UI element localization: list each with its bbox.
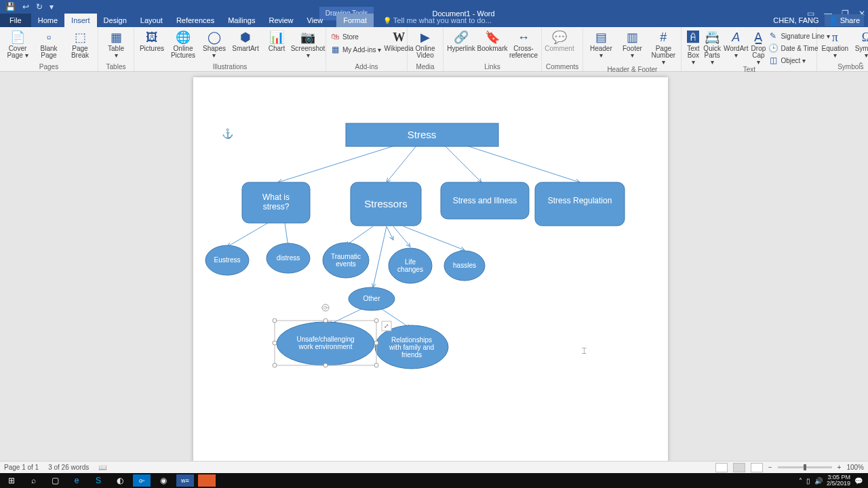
zoom-in-button[interactable]: + [837, 464, 842, 471]
page-number-button[interactable]: #PageNumber ▾ [650, 28, 677, 66]
myaddins-icon: ▦ [330, 45, 340, 54]
tab-layout[interactable]: Layout [134, 14, 170, 27]
tray-volume-icon[interactable]: 🔊 [814, 477, 823, 485]
svg-line-3 [465, 145, 580, 182]
handle-n[interactable] [323, 319, 328, 323]
tab-review[interactable]: Review [262, 14, 300, 27]
handle-nw[interactable] [273, 319, 277, 323]
page-break-button[interactable]: ⬚PageBreak [66, 28, 94, 63]
taskbar-outlook-icon[interactable]: o▫ [133, 474, 151, 487]
tab-file[interactable]: File [0, 14, 31, 27]
tab-home[interactable]: Home [31, 14, 64, 27]
bookmark-button[interactable]: 🔖Bookmark [479, 28, 506, 63]
chart-button[interactable]: 📊Chart [263, 28, 290, 63]
tab-insert[interactable]: Insert [64, 14, 97, 27]
blank-page-icon: ▫ [41, 30, 56, 45]
header-button[interactable]: ▤Header▾ [587, 28, 614, 66]
account-name[interactable]: CHEN, FANG [773, 16, 818, 24]
cover-page-button[interactable]: 📄CoverPage ▾ [4, 28, 31, 63]
cover-page-label: CoverPage ▾ [7, 45, 28, 59]
handle-ne[interactable] [374, 319, 378, 323]
tray-chevron-icon[interactable]: ˄ [799, 477, 802, 485]
view-read-mode[interactable] [715, 463, 728, 472]
handle-w[interactable] [273, 341, 277, 345]
store-button[interactable]: 🛍Store [330, 31, 381, 42]
text-hassles: hassles [453, 262, 476, 269]
screenshot-button[interactable]: 📷Screenshot▾ [294, 28, 321, 63]
cover-page-icon: 📄 [10, 30, 25, 45]
wordart-icon: A [728, 30, 743, 45]
handle-s[interactable] [323, 363, 328, 367]
textbox-icon: 🅰 [686, 30, 701, 45]
tray-date: 2/5/2019 [827, 481, 850, 487]
dropcap-button[interactable]: A̲DropCap ▾ [751, 28, 766, 66]
hyperlink-button[interactable]: 🔗Hyperlink [448, 28, 475, 63]
ribbon-tabs: File Home Insert Design Layout Reference… [0, 14, 868, 27]
pictures-button[interactable]: 🖼Pictures [138, 28, 165, 63]
share-label: Share [840, 16, 860, 24]
signature-icon: ✎ [768, 31, 778, 41]
group-label-media: Media [412, 63, 439, 71]
zoom-slider[interactable] [778, 466, 832, 468]
text-other: Other [363, 295, 380, 302]
tab-design[interactable]: Design [97, 14, 134, 27]
stress-diagram[interactable]: Stress What isstress? Stressors Stress a… [193, 77, 668, 461]
status-proofing-icon[interactable]: 📖 [98, 464, 106, 471]
taskbar-chrome-icon[interactable]: ◉ [155, 474, 172, 487]
qat-more-icon[interactable]: ▾ [50, 2, 54, 12]
my-addins-button[interactable]: ▦My Add-ins ▾ [330, 44, 381, 55]
status-bar: Page 1 of 1 3 of 26 words 📖 − + 100% [0, 461, 868, 473]
view-print-layout[interactable] [733, 463, 745, 472]
handle-e[interactable] [374, 341, 378, 345]
task-view-button[interactable]: ▢ [46, 474, 64, 487]
group-label-pages: Pages [4, 63, 94, 71]
taskbar-word-icon[interactable]: w≡ [176, 474, 194, 487]
zoom-value[interactable]: 100% [846, 464, 864, 471]
online-pictures-button[interactable]: 🌐OnlinePictures [170, 28, 197, 63]
taskbar-ie-icon[interactable]: e [68, 474, 85, 487]
taskbar-app2-icon[interactable] [198, 474, 216, 487]
start-button[interactable]: ⊞ [3, 474, 20, 487]
tell-me-search[interactable]: Tell me what you want to do... [383, 16, 492, 24]
taskbar-app1-icon[interactable]: ◐ [111, 474, 129, 487]
symbol-button[interactable]: ΩSymbol▾ [852, 28, 868, 63]
taskbar-skype-icon[interactable]: S [90, 474, 107, 487]
save-icon[interactable]: 💾 [5, 2, 16, 12]
online-video-button[interactable]: ▶OnlineVideo [412, 28, 439, 63]
quick-parts-button[interactable]: 📇QuickParts ▾ [703, 28, 721, 66]
tab-format[interactable]: Format [336, 14, 374, 27]
handle-se[interactable] [374, 363, 378, 367]
shapes-button[interactable]: ◯Shapes▾ [201, 28, 228, 63]
table-button[interactable]: ▦Table▾ [102, 28, 130, 63]
undo-icon[interactable]: ↩ [22, 2, 29, 12]
document-page[interactable]: ⚓ ⌶ [193, 77, 668, 461]
group-tables: ▦Table▾ Tables [98, 27, 134, 71]
status-words[interactable]: 3 of 26 words [48, 464, 89, 471]
tab-references[interactable]: References [170, 14, 221, 27]
textbox-button[interactable]: 🅰TextBox ▾ [686, 28, 701, 66]
collapse-ribbon-icon[interactable]: ⌃ [858, 61, 864, 70]
search-button[interactable]: ⌕ [24, 474, 42, 487]
comment-button[interactable]: 💬Comment [546, 28, 573, 63]
status-page[interactable]: Page 1 of 1 [4, 464, 39, 471]
footer-button[interactable]: ▥Footer▾ [618, 28, 646, 66]
screenshot-icon: 📷 [300, 30, 315, 45]
share-button[interactable]: 👤 Share [825, 14, 864, 26]
equation-button[interactable]: πEquation▾ [821, 28, 848, 63]
view-web-layout[interactable] [751, 463, 763, 472]
tray-clock[interactable]: 3:05 PM 2/5/2019 [827, 474, 850, 487]
smartart-button[interactable]: ⬢SmartArt [232, 28, 259, 63]
tray-network-icon[interactable]: ▯ [806, 477, 810, 485]
blank-page-button[interactable]: ▫BlankPage [35, 28, 62, 63]
handle-sw[interactable] [273, 363, 277, 367]
pagenum-icon: # [656, 30, 671, 45]
wordart-button[interactable]: AWordArt▾ [724, 28, 749, 66]
tab-mailings[interactable]: Mailings [221, 14, 262, 27]
tray-notifications-icon[interactable]: 💬 [854, 477, 863, 485]
zoom-out-button[interactable]: − [768, 464, 772, 471]
svg-line-0 [278, 145, 397, 182]
redo-icon[interactable]: ↻ [36, 2, 43, 12]
document-workspace[interactable]: ⚓ ⌶ [0, 72, 868, 461]
cross-reference-button[interactable]: ↔Cross-reference [510, 28, 537, 63]
tab-view[interactable]: View [300, 14, 330, 27]
